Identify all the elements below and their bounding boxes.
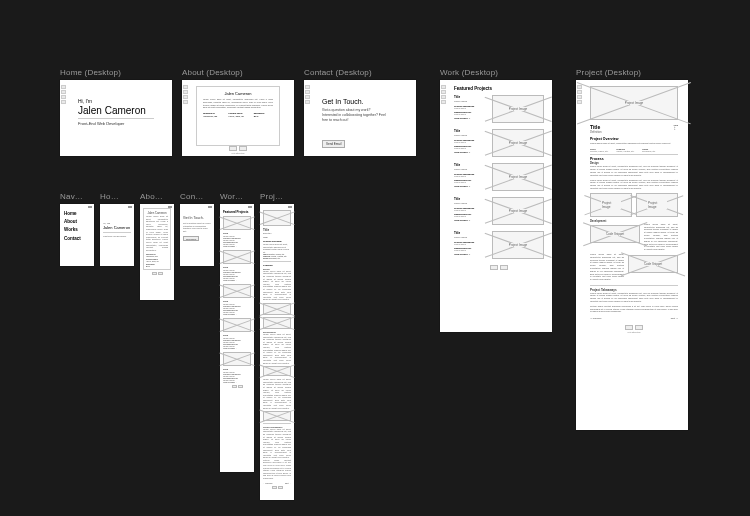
code-snippet: Code Snippet bbox=[590, 225, 640, 243]
project-card[interactable]: Title Lorem ipsum Project CategoriesLore… bbox=[223, 318, 251, 349]
frame-label-project-desktop: Project (Desktop) bbox=[576, 68, 641, 77]
nav-contact[interactable]: Contact bbox=[64, 235, 90, 242]
menu-icon[interactable] bbox=[168, 206, 173, 208]
nav-works[interactable]: Works bbox=[64, 226, 90, 233]
frame-about-desktop[interactable]: Jalen Cameron Lorem ipsum dolor sit amet… bbox=[182, 80, 294, 156]
frame-label-work-mobile: Wor… bbox=[220, 192, 243, 201]
nav-dot[interactable] bbox=[61, 85, 66, 89]
hero-name: Jalen Cameron bbox=[78, 105, 154, 116]
sidebar-nav bbox=[577, 81, 583, 429]
frame-label-work-desktop: Work (Desktop) bbox=[440, 68, 498, 77]
about-title: Jalen Cameron bbox=[203, 91, 273, 96]
nav-dot[interactable] bbox=[183, 85, 188, 89]
menu-icon[interactable] bbox=[88, 206, 93, 208]
frame-work-mobile[interactable]: Featured Projects Title Lorem ipsum Proj… bbox=[220, 204, 254, 472]
project-thumbnail: Project Image bbox=[492, 231, 544, 259]
sidebar-nav bbox=[61, 81, 67, 155]
social-link[interactable] bbox=[239, 146, 247, 151]
frame-contact-mobile[interactable]: Get In Touch. Got a question about my wo… bbox=[180, 204, 214, 266]
nav-dot[interactable] bbox=[577, 90, 582, 94]
code-snippet: Code Snippet bbox=[628, 255, 678, 273]
design-canvas[interactable]: Home (Desktop) Hi, I'm Jalen Cameron Fro… bbox=[0, 0, 750, 516]
nav-dot[interactable] bbox=[305, 90, 310, 94]
frame-label-project-mobile: Proj… bbox=[260, 192, 283, 201]
project-thumbnail: Project Image bbox=[492, 197, 544, 225]
project-card[interactable]: Title Lorem ipsum Project CategoriesLore… bbox=[454, 231, 544, 259]
menu-icon[interactable] bbox=[128, 206, 133, 208]
prev-project-link[interactable]: ← Previous bbox=[590, 317, 601, 319]
nav-dot[interactable] bbox=[183, 95, 188, 99]
frame-label-home-mobile: Ho… bbox=[100, 192, 119, 201]
nav-dot[interactable] bbox=[441, 100, 446, 104]
nav-dot[interactable] bbox=[61, 95, 66, 99]
nav-dot[interactable] bbox=[61, 100, 66, 104]
social-link[interactable] bbox=[490, 265, 498, 270]
project-card[interactable]: Title Lorem ipsum Project Categories Lor… bbox=[454, 95, 544, 123]
nav-dot[interactable] bbox=[61, 90, 66, 94]
send-email-button[interactable]: Send Email bbox=[322, 140, 345, 148]
frame-label-home-desktop: Home (Desktop) bbox=[60, 68, 121, 77]
nav-dot[interactable] bbox=[577, 100, 582, 104]
project-card[interactable]: Title Lorem ipsum Project CategoriesLore… bbox=[223, 352, 251, 383]
nav-dot[interactable] bbox=[441, 90, 446, 94]
social-link[interactable] bbox=[635, 325, 643, 330]
frame-home-mobile[interactable]: Hi, I'm Jalen Cameron Front-End Web Deve… bbox=[100, 204, 134, 266]
nav-about[interactable]: About bbox=[64, 218, 90, 225]
about-body: Lorem ipsum dolor sit amet, consectetur … bbox=[203, 98, 273, 109]
sidebar-nav bbox=[441, 81, 447, 331]
nav-dot[interactable] bbox=[183, 90, 188, 94]
hero-image: Project Image bbox=[590, 86, 678, 120]
social-link[interactable] bbox=[500, 265, 508, 270]
view-project-link[interactable]: View Project → bbox=[454, 185, 488, 187]
nav-dot[interactable] bbox=[577, 85, 582, 89]
nav-dot[interactable] bbox=[577, 95, 582, 99]
frame-project-mobile[interactable]: Title Definition View Project Overview L… bbox=[260, 204, 294, 500]
design-image: Project Image bbox=[590, 193, 632, 217]
view-project-link[interactable]: View Project → bbox=[454, 117, 488, 119]
menu-icon[interactable] bbox=[288, 206, 293, 208]
frame-label-about-mobile: Abo… bbox=[140, 192, 163, 201]
menu-icon[interactable] bbox=[248, 206, 253, 208]
nav-dot[interactable] bbox=[441, 95, 446, 99]
frame-contact-desktop[interactable]: Get In Touch. Got a question about my wo… bbox=[304, 80, 416, 156]
project-card[interactable]: Title Lorem ipsum Project CategoriesLore… bbox=[454, 197, 544, 225]
sidebar-nav bbox=[305, 81, 311, 155]
frame-home-desktop[interactable]: Hi, I'm Jalen Cameron Front-End Web Deve… bbox=[60, 80, 172, 156]
design-image: Project Image bbox=[636, 193, 678, 217]
project-thumbnail: Project Image bbox=[492, 95, 544, 123]
project-card[interactable]: Title Lorem ipsum Project CategoriesLore… bbox=[223, 284, 251, 315]
hero-image bbox=[263, 210, 291, 226]
next-project-link[interactable]: Next → bbox=[671, 317, 678, 319]
social-link[interactable] bbox=[625, 325, 633, 330]
send-email-button[interactable]: Send Email bbox=[183, 236, 199, 241]
hero-role: Front-End Web Developer bbox=[78, 121, 154, 126]
frame-nav-mobile[interactable]: Home About Works Contact bbox=[60, 204, 94, 266]
frame-label-about-desktop: About (Desktop) bbox=[182, 68, 243, 77]
project-thumbnail: Project Image bbox=[492, 129, 544, 157]
menu-icon[interactable] bbox=[208, 206, 213, 208]
frame-label-contact-mobile: Con… bbox=[180, 192, 203, 201]
frame-work-desktop[interactable]: Featured Projects Title Lorem ipsum Proj… bbox=[440, 80, 552, 332]
project-card[interactable]: Title Lorem ipsum Project CategoriesLore… bbox=[454, 129, 544, 157]
nav-dot[interactable] bbox=[305, 85, 310, 89]
nav-dot[interactable] bbox=[305, 95, 310, 99]
frame-label-contact-desktop: Contact (Desktop) bbox=[304, 68, 372, 77]
frame-about-mobile[interactable]: Jalen Cameron Lorem ipsum dolor sit amet… bbox=[140, 204, 174, 300]
project-card[interactable]: Title Lorem ipsum Project CategoriesLore… bbox=[454, 163, 544, 191]
frame-project-desktop[interactable]: Project Image Title Definition View ⎋ — … bbox=[576, 80, 688, 430]
greeting-text: Hi, I'm bbox=[78, 98, 154, 104]
view-links[interactable]: View ⎋ — ⎋ — bbox=[673, 124, 678, 130]
project-thumbnail: Project Image bbox=[492, 163, 544, 191]
nav-home[interactable]: Home bbox=[64, 210, 90, 217]
contact-sub: Got a question about my work? Interested… bbox=[322, 108, 386, 123]
nav-dot[interactable] bbox=[305, 100, 310, 104]
nav-dot[interactable] bbox=[441, 85, 446, 89]
view-project-link[interactable]: View Project → bbox=[454, 219, 488, 221]
view-project-link[interactable]: View Project → bbox=[454, 151, 488, 153]
social-link[interactable] bbox=[229, 146, 237, 151]
view-project-link[interactable]: View Project → bbox=[454, 253, 488, 255]
project-card[interactable]: Title Lorem ipsum Project CategoriesLore… bbox=[223, 216, 251, 247]
featured-heading: Featured Projects bbox=[454, 86, 544, 91]
nav-dot[interactable] bbox=[183, 100, 188, 104]
project-card[interactable]: Title Lorem ipsum Project CategoriesLore… bbox=[223, 250, 251, 281]
